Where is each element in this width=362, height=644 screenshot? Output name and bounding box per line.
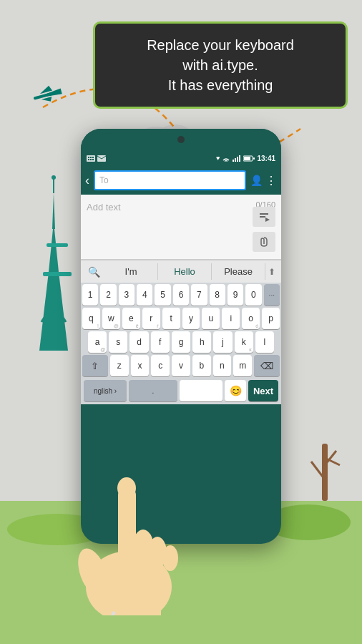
- key-w[interactable]: w@: [102, 308, 120, 329]
- suggestion-bar: 🔍 I'm Hello Please ⬆: [81, 260, 281, 283]
- key-q[interactable]: q!: [82, 308, 100, 329]
- key-d[interactable]: d: [129, 331, 148, 353]
- format-icon: [258, 212, 270, 222]
- svg-rect-31: [237, 157, 238, 162]
- key-more-nums[interactable]: ···: [264, 284, 280, 306]
- email-status-icon: [97, 155, 106, 162]
- suggestion-expand-icon[interactable]: ⬆: [265, 267, 278, 277]
- key-x[interactable]: x: [131, 355, 150, 376]
- status-bar: ♥ 13:41: [81, 150, 281, 166]
- svg-rect-34: [244, 157, 250, 160]
- to-input-field[interactable]: To: [94, 170, 246, 190]
- svg-point-28: [226, 161, 228, 162]
- key-b[interactable]: b: [192, 355, 211, 376]
- tooltip-text: Replace your keyboard with ai.type. It h…: [109, 35, 331, 95]
- format-button[interactable]: [253, 207, 275, 227]
- key-y[interactable]: y: [182, 308, 200, 329]
- key-i[interactable]: i: [222, 308, 240, 329]
- svg-marker-38: [265, 218, 270, 222]
- back-button[interactable]: ‹: [85, 173, 89, 188]
- tooltip-box: Replace your keyboard with ai.type. It h…: [93, 21, 348, 109]
- svg-rect-30: [235, 158, 236, 162]
- keyboard-status-icon: [87, 155, 95, 162]
- attach-icon: [258, 236, 270, 248]
- key-h[interactable]: h: [192, 331, 211, 353]
- language-key[interactable]: nglish ›: [84, 380, 127, 401]
- svg-rect-26: [92, 159, 94, 160]
- status-left: [87, 155, 106, 162]
- number-row: 1 2 3 4 5 6 7 8 9 0 ···: [82, 284, 280, 306]
- key-k[interactable]: kĸ: [235, 331, 253, 353]
- key-j[interactable]: j: [213, 331, 232, 353]
- key-9[interactable]: 9: [228, 284, 243, 306]
- add-text-placeholder: Add text: [87, 202, 121, 213]
- key-c[interactable]: c: [151, 355, 170, 376]
- key-s[interactable]: s: [109, 331, 127, 353]
- svg-rect-29: [233, 160, 234, 162]
- key-z[interactable]: z: [110, 355, 129, 376]
- key-2[interactable]: 2: [100, 284, 116, 306]
- key-8[interactable]: 8: [210, 284, 225, 306]
- next-key[interactable]: Next: [248, 380, 278, 401]
- key-g[interactable]: g: [172, 331, 190, 353]
- keyboard: 1 2 3 4 5 6 7 8 9 0 ··· q! w@ eë rŕ t y …: [81, 283, 281, 404]
- phone: ♥ 13:41 ‹ T: [81, 129, 281, 544]
- suggestion-please[interactable]: Please: [212, 263, 265, 280]
- key-p[interactable]: p: [262, 308, 280, 329]
- time-display: 13:41: [257, 155, 275, 162]
- key-4[interactable]: 4: [137, 284, 152, 306]
- key-o[interactable]: oó: [242, 308, 260, 329]
- key-m[interactable]: m: [233, 355, 252, 376]
- svg-rect-20: [87, 155, 95, 162]
- more-options-icon[interactable]: ⋮: [265, 174, 277, 187]
- svg-rect-36: [260, 213, 268, 215]
- bluetooth-icon: ♥: [216, 155, 220, 162]
- bottom-row: nglish › . 😊 Next: [82, 379, 280, 404]
- svg-rect-25: [90, 159, 92, 160]
- to-placeholder: To: [99, 175, 109, 185]
- svg-rect-37: [260, 216, 265, 218]
- signal-icon: [233, 155, 241, 162]
- wifi-icon: [222, 155, 230, 162]
- key-6[interactable]: 6: [173, 284, 189, 306]
- key-7[interactable]: 7: [191, 284, 207, 306]
- key-f[interactable]: f: [151, 331, 170, 353]
- suggestion-im[interactable]: I'm: [104, 263, 158, 280]
- phone-top-bezel: [81, 129, 281, 150]
- sms-compose-header: ‹ To 👤 ⋮: [81, 166, 281, 195]
- key-e[interactable]: eë: [122, 308, 140, 329]
- shift-key[interactable]: ⇧: [82, 355, 108, 376]
- key-t[interactable]: t: [162, 308, 180, 329]
- svg-rect-21: [88, 157, 89, 158]
- svg-rect-35: [253, 157, 255, 160]
- svg-rect-22: [90, 157, 92, 158]
- qwerty-row3: ⇧ z x c v b n m ⌫: [82, 355, 280, 376]
- key-1[interactable]: 1: [82, 284, 98, 306]
- attach-button[interactable]: [253, 232, 275, 252]
- key-v[interactable]: v: [172, 355, 190, 376]
- svg-rect-32: [239, 155, 240, 162]
- key-u[interactable]: u: [202, 308, 220, 329]
- period-key[interactable]: .: [129, 380, 177, 401]
- qwerty-row1: q! w@ eë rŕ t y u i oó p: [82, 308, 280, 329]
- phone-camera: [177, 136, 185, 143]
- key-a[interactable]: a@: [88, 331, 107, 353]
- key-3[interactable]: 3: [119, 284, 134, 306]
- svg-rect-23: [92, 157, 94, 158]
- key-5[interactable]: 5: [155, 284, 170, 306]
- contact-icon[interactable]: 👤: [250, 175, 263, 186]
- sms-body[interactable]: Add text 0/160: [81, 195, 281, 259]
- key-r[interactable]: rŕ: [142, 308, 160, 329]
- header-icons: 👤 ⋮: [250, 174, 277, 187]
- key-n[interactable]: n: [213, 355, 232, 376]
- suggestion-hello[interactable]: Hello: [158, 263, 212, 280]
- delete-key[interactable]: ⌫: [254, 355, 280, 376]
- status-right: ♥ 13:41: [216, 155, 275, 162]
- key-l[interactable]: l: [255, 331, 274, 353]
- space-key[interactable]: [180, 380, 222, 401]
- key-0[interactable]: 0: [245, 284, 261, 306]
- qwerty-row2: a@ s d f g h j kĸ l: [82, 331, 280, 353]
- search-kb-icon[interactable]: 🔍: [84, 266, 104, 278]
- emoji-key[interactable]: 😊: [225, 380, 246, 401]
- svg-rect-24: [88, 159, 89, 160]
